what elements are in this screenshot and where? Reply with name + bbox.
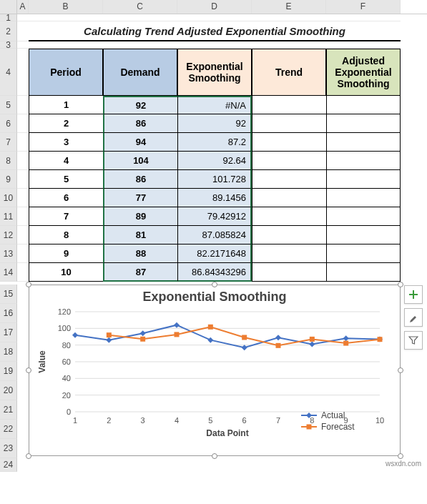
chart-styles-button[interactable]: [404, 308, 423, 327]
resize-handle[interactable]: [212, 282, 217, 287]
col-header-a[interactable]: A: [17, 0, 29, 14]
cell-adj[interactable]: [326, 207, 401, 226]
row-header-9[interactable]: 9: [0, 170, 17, 189]
row-header-8[interactable]: 8: [0, 152, 17, 170]
cell-trend[interactable]: [252, 152, 326, 170]
cell-period[interactable]: 2: [29, 114, 103, 133]
row-header-16[interactable]: 16: [0, 304, 17, 323]
row-header-17[interactable]: 17: [0, 323, 17, 342]
col-header-d[interactable]: D: [177, 0, 252, 14]
cell-adj[interactable]: [326, 226, 401, 244]
cell-adj[interactable]: [326, 152, 401, 170]
chart-filters-button[interactable]: [404, 331, 423, 350]
cell-adj[interactable]: [326, 114, 401, 133]
row-header-19[interactable]: 19: [0, 362, 17, 381]
cell-trend[interactable]: [252, 189, 326, 207]
row-header-6[interactable]: 6: [0, 114, 17, 133]
cell-demand[interactable]: 92: [103, 96, 177, 114]
row-header-1[interactable]: 1: [0, 14, 17, 21]
cell-exp[interactable]: 86.84343296: [177, 263, 252, 282]
header-period[interactable]: Period: [29, 49, 103, 96]
cell-exp[interactable]: 82.2171648: [177, 244, 252, 263]
row-header-2[interactable]: 2: [0, 21, 17, 41]
header-trend[interactable]: Trend: [252, 49, 326, 96]
cell-demand[interactable]: 89: [103, 207, 177, 226]
chart-plot-area[interactable]: 02040608010012012345678910Data PointValu…: [29, 305, 401, 448]
cell-trend[interactable]: [252, 207, 326, 226]
cell-demand[interactable]: 104: [103, 152, 177, 170]
chart-elements-button[interactable]: [404, 285, 423, 304]
resize-handle[interactable]: [398, 453, 403, 459]
row-header-18[interactable]: 18: [0, 342, 17, 362]
cell-demand[interactable]: 94: [103, 133, 177, 152]
cell-trend[interactable]: [252, 226, 326, 244]
cell-trend[interactable]: [252, 263, 326, 282]
resize-handle[interactable]: [398, 282, 403, 287]
row-header-21[interactable]: 21: [0, 400, 17, 420]
cell-period[interactable]: 10: [29, 263, 103, 282]
cell-demand[interactable]: 87: [103, 263, 177, 282]
cell-adj[interactable]: [326, 244, 401, 263]
cell-period[interactable]: 8: [29, 226, 103, 244]
cell-trend[interactable]: [252, 133, 326, 152]
resize-handle[interactable]: [212, 453, 217, 459]
cell-trend[interactable]: [252, 170, 326, 189]
resize-handle[interactable]: [398, 367, 403, 373]
header-exp[interactable]: Exponential Smoothing: [177, 49, 252, 96]
cell-period[interactable]: 4: [29, 152, 103, 170]
cell-adj[interactable]: [326, 170, 401, 189]
row-header-4[interactable]: 4: [0, 49, 17, 96]
header-demand[interactable]: Demand: [103, 49, 177, 96]
cell-exp[interactable]: 101.728: [177, 170, 252, 189]
cell-period[interactable]: 5: [29, 170, 103, 189]
resize-handle[interactable]: [26, 282, 31, 287]
col-header-b[interactable]: B: [29, 0, 103, 14]
row-header-22[interactable]: 22: [0, 420, 17, 439]
cell-period[interactable]: 9: [29, 244, 103, 263]
cell-trend[interactable]: [252, 114, 326, 133]
row-header-10[interactable]: 10: [0, 189, 17, 207]
row-header-5[interactable]: 5: [0, 96, 17, 114]
chart-title[interactable]: Exponential Smoothing: [29, 285, 400, 305]
row-header-3[interactable]: 3: [0, 41, 17, 49]
row-header-7[interactable]: 7: [0, 133, 17, 152]
cell-demand[interactable]: 86: [103, 170, 177, 189]
cell-exp[interactable]: 87.2: [177, 133, 252, 152]
cell-demand[interactable]: 88: [103, 244, 177, 263]
col-header-e[interactable]: E: [252, 0, 326, 14]
cell-exp[interactable]: 79.42912: [177, 207, 252, 226]
select-all-corner[interactable]: [0, 0, 17, 14]
cell-adj[interactable]: [326, 96, 401, 114]
cell-exp[interactable]: #N/A: [177, 96, 252, 114]
col-header-c[interactable]: C: [103, 0, 177, 14]
cell-exp[interactable]: 92.64: [177, 152, 252, 170]
page-title[interactable]: Calculating Trend Adjusted Exponential S…: [29, 21, 401, 41]
header-adj[interactable]: Adjusted Exponential Smoothing: [326, 49, 401, 96]
cell-adj[interactable]: [326, 133, 401, 152]
row-header-15[interactable]: 15: [0, 285, 17, 304]
row-header-23[interactable]: 23: [0, 439, 17, 458]
cell-trend[interactable]: [252, 244, 326, 263]
cell-period[interactable]: 6: [29, 189, 103, 207]
cell-period[interactable]: 3: [29, 133, 103, 152]
cell-exp[interactable]: 92: [177, 114, 252, 133]
cell-trend[interactable]: [252, 96, 326, 114]
row-header-11[interactable]: 11: [0, 207, 17, 226]
cell-demand[interactable]: 77: [103, 189, 177, 207]
cell-period[interactable]: 7: [29, 207, 103, 226]
row-header-12[interactable]: 12: [0, 226, 17, 244]
resize-handle[interactable]: [26, 453, 31, 459]
cell-adj[interactable]: [326, 263, 401, 282]
row-header-13[interactable]: 13: [0, 244, 17, 263]
cell-demand[interactable]: 86: [103, 114, 177, 133]
row-header-20[interactable]: 20: [0, 381, 17, 400]
resize-handle[interactable]: [26, 367, 31, 373]
row-header-14[interactable]: 14: [0, 263, 17, 282]
col-header-f[interactable]: F: [326, 0, 401, 14]
cell-exp[interactable]: 89.1456: [177, 189, 252, 207]
spreadsheet-grid[interactable]: A B C D E F 1 2 Calculating Trend Adjust…: [0, 0, 427, 472]
cell-adj[interactable]: [326, 189, 401, 207]
cell-period[interactable]: 1: [29, 96, 103, 114]
chart-object[interactable]: Exponential Smoothing 020406080100120123…: [29, 285, 401, 456]
row-header-24[interactable]: 24: [0, 458, 17, 472]
